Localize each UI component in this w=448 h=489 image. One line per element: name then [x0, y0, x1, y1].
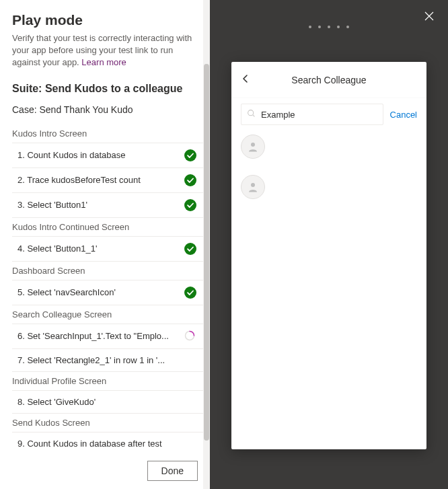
svg-point-8	[251, 143, 255, 147]
step-label: 2. Trace kudosBeforeTest count	[17, 175, 179, 185]
test-step-row[interactable]: 1. Count Kudos in database	[12, 143, 209, 168]
back-icon[interactable]	[241, 74, 250, 86]
scrollbar-track[interactable]	[203, 0, 210, 489]
spinner-icon	[184, 330, 196, 342]
app-header: Search Colleague	[231, 62, 426, 98]
pagination-dots	[309, 26, 349, 28]
case-title: Case: Send Thank You Kudo	[12, 104, 209, 115]
cancel-button[interactable]: Cancel	[390, 110, 417, 120]
svg-line-7	[253, 115, 254, 116]
scrollbar-thumb[interactable]	[204, 64, 209, 441]
svg-point-2	[184, 199, 196, 211]
section-label: Individual Profile Screen	[12, 372, 209, 391]
section-label: Kudos Intro Screen	[12, 124, 209, 143]
results-list	[231, 130, 426, 203]
page-description: Verify that your test is correctly inter…	[12, 32, 209, 69]
avatar[interactable]	[241, 175, 265, 199]
step-label: 8. Select 'GiveKudo'	[17, 397, 196, 407]
step-label: 9. Count Kudos in database after test	[17, 439, 196, 449]
dot	[309, 26, 311, 28]
search-bar-row: Cancel	[231, 98, 426, 130]
checkmark-icon	[184, 149, 196, 161]
section-label: Send Kudos Screen	[12, 414, 209, 432]
checkmark-icon	[184, 287, 196, 299]
section-label: Dashboard Screen	[12, 262, 209, 280]
chevron-down-icon[interactable]	[440, 463, 447, 476]
svg-point-9	[251, 183, 255, 187]
svg-point-1	[184, 174, 196, 186]
section-label: Search Colleague Screen	[12, 305, 209, 324]
test-step-row[interactable]: 4. Select 'Button1_1'	[12, 237, 209, 262]
preview-panel: Search Colleague Cancel	[210, 0, 448, 489]
step-label: 4. Select 'Button1_1'	[17, 243, 179, 254]
step-label: 1. Count Kudos in database	[17, 150, 179, 160]
dot	[346, 26, 349, 28]
svg-point-3	[184, 243, 196, 255]
done-button[interactable]: Done	[147, 461, 198, 481]
test-step-row[interactable]: 9. Count Kudos in database after test	[12, 432, 209, 454]
section-label: Kudos Intro Continued Screen	[12, 218, 209, 237]
test-step-row[interactable]: 5. Select 'navSearchIcon'	[12, 280, 209, 305]
dot	[328, 26, 330, 28]
panel-footer: Done	[12, 454, 210, 489]
search-input[interactable]	[261, 110, 377, 120]
step-label: 6. Set 'SearchInput_1'.Text to "Emplo...	[17, 331, 179, 341]
test-step-row[interactable]: 6. Set 'SearchInput_1'.Text to "Emplo...	[12, 324, 209, 349]
checkmark-icon	[184, 199, 196, 211]
panel-scroll[interactable]: Play mode Verify that your test is corre…	[12, 12, 210, 454]
app-preview: Search Colleague Cancel	[231, 62, 426, 449]
app-screen-title: Search Colleague	[291, 75, 366, 85]
step-label: 7. Select 'Rectangle2_1' in row 1 in '..…	[17, 355, 196, 365]
svg-point-0	[184, 149, 196, 161]
dot	[318, 26, 321, 28]
search-box[interactable]	[241, 104, 383, 125]
dot	[337, 26, 340, 28]
svg-point-6	[248, 110, 254, 116]
page-title: Play mode	[12, 12, 209, 28]
test-step-row[interactable]: 7. Select 'Rectangle2_1' in row 1 in '..…	[12, 349, 209, 372]
suite-title: Suite: Send Kudos to a colleague	[12, 83, 209, 95]
test-step-row[interactable]: 8. Select 'GiveKudo'	[12, 391, 209, 414]
step-label: 5. Select 'navSearchIcon'	[17, 287, 179, 297]
test-step-row[interactable]: 2. Trace kudosBeforeTest count	[12, 168, 209, 193]
test-studio-panel: Play mode Verify that your test is corre…	[0, 0, 210, 489]
avatar[interactable]	[241, 135, 265, 159]
checkmark-icon	[184, 243, 196, 255]
svg-point-4	[184, 287, 196, 299]
search-icon	[247, 108, 256, 120]
test-step-row[interactable]: 3. Select 'Button1'	[12, 193, 209, 218]
step-label: 3. Select 'Button1'	[17, 200, 179, 210]
checkmark-icon	[184, 174, 196, 186]
close-icon[interactable]	[424, 11, 435, 24]
learn-more-link[interactable]: Learn more	[81, 57, 126, 67]
